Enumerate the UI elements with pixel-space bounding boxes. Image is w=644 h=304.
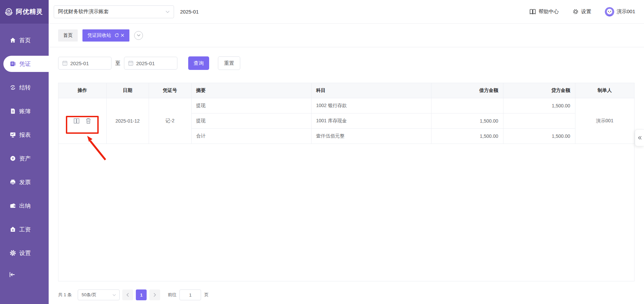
delete-voucher-icon[interactable] <box>85 118 92 124</box>
topbar-right: 帮助中心 设置 演示001 <box>529 7 635 17</box>
sidebar: 阿优精灵 首页 凭证 ¥ 结转 账簿 报表 <box>0 0 49 304</box>
svg-text:¥: ¥ <box>12 86 14 89</box>
collapse-left-icon <box>8 271 16 279</box>
reset-button[interactable]: 重置 <box>218 56 240 70</box>
pagination: 共 1 条 50条/页 1 前往 页 <box>58 289 635 300</box>
voucher-no-cell: 记-2 <box>149 98 191 144</box>
page-unit-label: 页 <box>204 292 208 298</box>
account-cell: 壹仟伍佰元整 <box>311 128 431 144</box>
settings-icon <box>9 250 16 256</box>
tab-label: 凭证回收站 <box>88 32 111 39</box>
current-period: 2025-01 <box>180 9 199 15</box>
tab-list-dropdown-button[interactable] <box>134 31 143 40</box>
report-icon <box>9 131 16 138</box>
voucher-icon <box>9 60 16 67</box>
goto-page-input[interactable] <box>179 289 201 300</box>
debit-cell: 1,500.00 <box>431 128 503 144</box>
chevron-down-icon <box>137 34 141 36</box>
query-button[interactable]: 查询 <box>188 56 209 70</box>
sidebar-item-invoice[interactable]: 发票 <box>0 174 49 190</box>
sidebar-item-label: 出纳 <box>19 202 31 210</box>
sidebar-item-label: 工资 <box>19 226 31 233</box>
content-area: 至 查询 重置 操作 日期 凭证号 <box>49 47 644 304</box>
range-separator-label: 至 <box>115 60 120 67</box>
tab-bar: 首页 凭证回收站 <box>49 24 644 47</box>
account-cell: 1002 银行存款 <box>311 98 431 113</box>
date-to-picker[interactable] <box>124 57 177 70</box>
sidebar-item-cashier[interactable]: 出纳 <box>0 198 49 214</box>
date-from-input[interactable] <box>70 60 107 66</box>
credit-cell: 1,500.00 <box>503 98 575 113</box>
avatar <box>605 7 614 17</box>
sidebar-item-carryover[interactable]: ¥ 结转 <box>0 79 49 96</box>
settings-link[interactable]: 设置 <box>572 8 591 15</box>
sidebar-item-home[interactable]: 首页 <box>0 32 49 48</box>
goto-label: 前往 <box>168 292 176 298</box>
op-cell <box>58 98 106 144</box>
date-to-input[interactable] <box>136 60 173 66</box>
col-header-credit: 贷方金额 <box>503 83 575 98</box>
invoice-icon <box>9 179 16 185</box>
right-panel-collapse-button[interactable] <box>635 129 644 146</box>
account-set-select[interactable]: 阿优财务软件演示账套 <box>54 5 174 18</box>
sidebar-item-label: 报表 <box>19 131 31 139</box>
table-header-row: 操作 日期 凭证号 摘要 科目 借方金额 贷方金额 制单人 <box>58 83 634 98</box>
sidebar-collapse-button[interactable] <box>8 271 16 279</box>
debit-cell: 1,500.00 <box>431 113 503 128</box>
gear-icon <box>572 8 579 15</box>
tab-voucher-recycle-bin[interactable]: 凭证回收站 <box>82 29 129 42</box>
sidebar-item-ledger[interactable]: 账簿 <box>0 103 49 119</box>
credit-cell: 1,500.00 <box>503 128 575 144</box>
sidebar-item-label: 结转 <box>19 84 31 92</box>
sidebar-item-label: 首页 <box>19 36 31 44</box>
account-set-value: 阿优财务软件演示账套 <box>58 8 109 15</box>
user-menu[interactable]: 演示001 <box>605 7 635 17</box>
sidebar-item-label: 账簿 <box>19 107 31 115</box>
prev-page-button[interactable] <box>122 289 133 300</box>
view-voucher-icon[interactable] <box>73 118 80 124</box>
main-area: 阿优财务软件演示账套 2025-01 帮助中心 设置 演示001 <box>49 0 644 304</box>
tab-home[interactable]: 首页 <box>58 29 78 42</box>
sidebar-item-report[interactable]: 报表 <box>0 127 49 143</box>
col-header-creator: 制单人 <box>575 83 634 98</box>
debit-cell <box>431 98 503 113</box>
date-from-picker[interactable] <box>58 57 112 70</box>
chevron-down-icon <box>166 10 170 13</box>
sidebar-item-label: 凭证 <box>19 60 31 68</box>
col-header-op: 操作 <box>58 83 106 98</box>
cashier-icon <box>9 202 16 209</box>
sidebar-item-label: 发票 <box>19 178 31 186</box>
creator-cell: 演示001 <box>575 98 634 144</box>
page-size-select[interactable]: 50条/页 <box>78 289 120 300</box>
salary-icon: ¥ <box>9 226 16 233</box>
sidebar-item-asset[interactable]: ¥ 资产 <box>0 150 49 167</box>
sidebar-item-settings[interactable]: 设置 <box>0 245 49 261</box>
col-header-account: 科目 <box>311 83 431 98</box>
voucher-table-container: 操作 日期 凭证号 摘要 科目 借方金额 贷方金额 制单人 <box>58 83 635 281</box>
help-center-label: 帮助中心 <box>539 8 559 15</box>
summary-cell: 提现 <box>191 98 311 113</box>
summary-cell: 提现 <box>191 113 311 128</box>
help-center-link[interactable]: 帮助中心 <box>529 8 559 15</box>
sidebar-item-label: 设置 <box>19 249 31 257</box>
sidebar-item-voucher[interactable]: 凭证 <box>3 56 49 72</box>
filter-bar: 至 查询 重置 <box>58 56 635 70</box>
calendar-icon <box>128 60 133 66</box>
voucher-table: 操作 日期 凭证号 摘要 科目 借方金额 贷方金额 制单人 <box>58 83 634 144</box>
refresh-icon[interactable] <box>115 33 119 37</box>
account-cell: 1001 库存现金 <box>311 113 431 128</box>
sidebar-item-salary[interactable]: ¥ 工资 <box>0 221 49 237</box>
carryover-icon: ¥ <box>9 84 16 91</box>
home-icon <box>9 37 16 44</box>
summary-cell: 合计 <box>191 128 311 144</box>
total-count-label: 共 1 条 <box>58 292 72 298</box>
settings-label: 设置 <box>581 8 591 15</box>
double-chevron-left-icon <box>638 135 642 140</box>
sidebar-item-label: 资产 <box>19 155 31 162</box>
close-icon[interactable] <box>121 33 124 37</box>
page-number-button[interactable]: 1 <box>136 289 147 300</box>
next-page-button[interactable] <box>149 289 160 300</box>
ledger-icon <box>9 108 16 115</box>
col-header-debit: 借方金额 <box>431 83 503 98</box>
username: 演示001 <box>617 8 635 15</box>
